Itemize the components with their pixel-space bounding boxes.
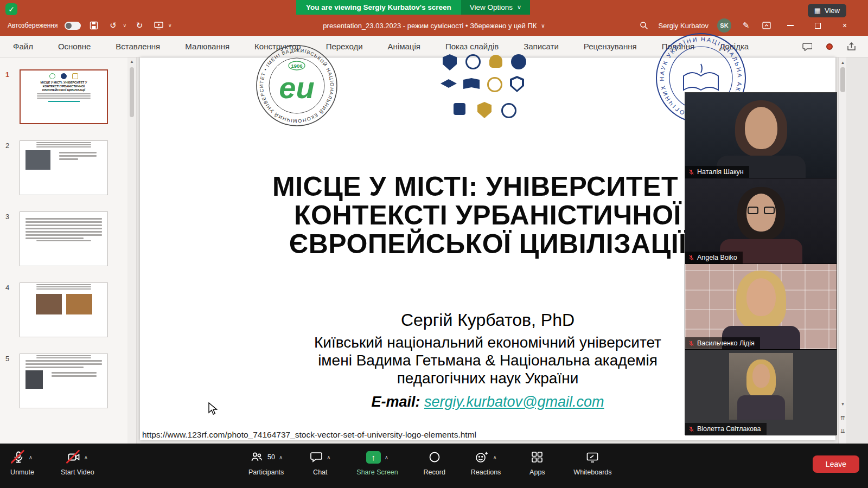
restore-icon — [815, 23, 821, 29]
inking-button[interactable]: ✎ — [740, 20, 752, 31]
text-line-placeholder — [36, 142, 91, 143]
search-icon — [640, 21, 648, 30]
reactions-button[interactable]: ∧ Reactions — [471, 450, 501, 476]
apps-button[interactable]: Apps — [522, 450, 552, 476]
record-button[interactable] — [826, 43, 833, 50]
participant-video — [685, 93, 837, 178]
video-tile-2[interactable]: Angela Boiko — [685, 178, 837, 264]
thumbnails-scrollbar: ▴ — [127, 57, 136, 444]
text-line-placeholder — [25, 234, 102, 236]
ribbon-tab-slideshow[interactable]: Показ слайдів — [445, 42, 499, 51]
slide-thumbnail-5[interactable] — [20, 354, 108, 408]
text-line-placeholder — [36, 144, 91, 145]
start-video-button[interactable]: ∧ Start Video — [61, 450, 94, 476]
scrollbar-thumb[interactable] — [840, 67, 845, 92]
account-name[interactable]: Sergiy Kurbatov — [659, 22, 709, 30]
avatar[interactable]: SK — [717, 18, 731, 33]
mic-icon — [12, 451, 25, 464]
restore-button[interactable] — [808, 18, 827, 33]
participants-button[interactable]: 50 ∧ Participants — [248, 450, 284, 476]
scrollbar-thumb[interactable] — [130, 67, 134, 117]
camera-icon — [67, 451, 80, 464]
thumbnail-row: 3 — [5, 211, 136, 266]
mic-muted-icon — [688, 340, 694, 347]
scroll-up-button[interactable]: ▴ — [127, 59, 136, 64]
thumbnail-row: 5 — [5, 354, 136, 408]
video-tile-1[interactable]: Наталія Шакун — [685, 93, 837, 178]
unmute-button[interactable]: ∧ Unmute — [8, 450, 37, 476]
autosave-toggle[interactable] — [65, 22, 81, 30]
thumbnail-row: 2 — [5, 140, 136, 195]
ribbon-tab-home[interactable]: Основне — [58, 42, 91, 51]
minimize-button[interactable] — [781, 18, 800, 33]
redo-button[interactable]: ↻ — [133, 20, 145, 31]
video-tile-3[interactable]: Васильченко Лідія — [685, 264, 837, 350]
undo-button[interactable]: ↺ — [107, 20, 119, 31]
text-line-placeholder — [36, 286, 91, 287]
ribbon-tab-insert[interactable]: Вставлення — [116, 42, 160, 51]
slide-thumbnail-1[interactable]: МІСЦЕ У МІСТІ: УНІВЕРСИТЕТ У КОНТЕКСТІ У… — [20, 69, 108, 124]
toolbar-center-group: 50 ∧ Participants ∧ Chat ↑ ∧ — [248, 450, 612, 476]
email-label: E-mail: — [371, 394, 420, 410]
scroll-down-button[interactable]: ▾ — [839, 400, 847, 408]
text-line-placeholder — [25, 221, 102, 223]
ribbon-tab-record[interactable]: Записати — [524, 42, 559, 51]
save-button[interactable] — [88, 20, 100, 31]
view-options-button[interactable]: View Options ∨ — [461, 0, 530, 15]
share-screen-button[interactable]: ↑ ∧ Share Screen — [356, 450, 398, 476]
text-line-placeholder — [37, 95, 91, 97]
chat-button[interactable]: ∧ Chat — [305, 450, 335, 476]
slideshow-icon — [154, 22, 163, 30]
record-button[interactable]: Record — [420, 450, 449, 476]
slide-footer-url[interactable]: https://www.123rf.com/photo_74164737_sto… — [142, 430, 476, 440]
slide-thumbnail-2[interactable] — [20, 140, 108, 195]
present-share-button[interactable] — [847, 42, 856, 51]
participant-video — [685, 264, 837, 349]
participants-label: Participants — [248, 468, 284, 476]
comments-button[interactable] — [802, 42, 812, 51]
kneu-logo[interactable]: КИЇВСЬКИЙ НАЦІОНАЛЬНИЙ ЕКОНОМІЧНИЙ УНІВЕ… — [255, 44, 339, 128]
unmute-options-caret[interactable]: ∧ — [29, 454, 33, 460]
whiteboards-button[interactable]: Whiteboards — [573, 450, 611, 476]
email-link[interactable]: sergiy.kurbatov@gmail.com — [424, 394, 604, 410]
ribbon-display-icon — [762, 22, 771, 29]
leave-button[interactable]: Leave — [813, 455, 859, 473]
thumbnail-email-line — [48, 101, 80, 102]
search-button[interactable] — [638, 20, 650, 31]
ribbon-tab-animations[interactable]: Анімація — [388, 42, 420, 51]
next-slide-button[interactable]: ⇊ — [839, 427, 847, 435]
university-logo-set[interactable] — [439, 53, 533, 121]
slide-thumbnail-3[interactable] — [20, 211, 108, 266]
chat-label: Chat — [313, 468, 327, 476]
share-options-caret[interactable]: ∧ — [385, 454, 388, 460]
chat-options-caret[interactable]: ∧ — [327, 454, 330, 460]
ribbon-display-options-button[interactable] — [761, 20, 773, 31]
reactions-options-caret[interactable]: ∧ — [493, 454, 496, 460]
meeting-security-shield-icon[interactable]: ✓ — [5, 3, 17, 15]
slide-thumbnail-4[interactable] — [20, 282, 108, 337]
slideshow-button[interactable] — [152, 20, 164, 31]
emblem-outline-shield — [510, 76, 524, 92]
scroll-up-button[interactable]: ▴ — [839, 59, 847, 66]
pen-icon: ✎ — [743, 21, 750, 30]
text-line-placeholder — [59, 152, 97, 153]
undo-dropdown-chevron[interactable]: ∨ — [123, 23, 126, 28]
text-line-placeholder — [37, 98, 91, 99]
video-tile-4[interactable]: Віолетта Світлакова — [685, 350, 837, 435]
emblem-ring — [501, 103, 516, 118]
reactions-icon — [475, 451, 489, 464]
ribbon-tab-file[interactable]: Файл — [13, 42, 33, 51]
close-button[interactable]: × — [835, 18, 854, 33]
view-button[interactable]: ▦ View — [808, 4, 846, 17]
participant-name-badge: Angela Boiko — [685, 252, 743, 264]
video-options-caret[interactable]: ∧ — [84, 454, 88, 460]
previous-slide-button[interactable]: ⇈ — [839, 414, 847, 422]
kneu-eu-glyph: eu — [279, 70, 314, 105]
viewing-status-text: You are viewing Sergiy Kurbatov's screen — [296, 0, 461, 15]
ribbon-tab-review[interactable]: Рецензування — [584, 42, 637, 51]
thumbnail-image-placeholder — [36, 294, 62, 314]
ribbon-tab-draw[interactable]: Малювання — [185, 42, 229, 51]
document-title-bar[interactable]: presentation_23.03.2023 - режим суміснос… — [323, 22, 545, 30]
customize-toolbar-chevron[interactable]: ∨ — [168, 23, 172, 28]
participants-options-caret[interactable]: ∧ — [279, 454, 283, 460]
